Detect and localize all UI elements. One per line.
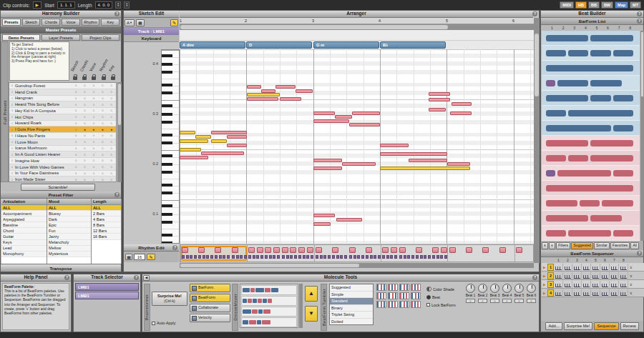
- rhythm-block[interactable]: [307, 247, 313, 253]
- seq-cell[interactable]: [619, 281, 628, 288]
- preset-radio[interactable]: ○: [98, 140, 107, 144]
- rhythm-subblock[interactable]: [182, 255, 185, 259]
- preset-radio[interactable]: ○: [72, 121, 80, 125]
- preset-radio[interactable]: ○: [72, 96, 80, 100]
- track-bar[interactable]: Track : LMB1: [124, 28, 179, 35]
- rhythm-subblock[interactable]: [294, 255, 297, 259]
- transpose-bar[interactable]: Transpose: [1, 264, 121, 272]
- badge-bw[interactable]: BW: [601, 1, 613, 9]
- note[interactable]: [429, 92, 450, 96]
- note[interactable]: [429, 108, 446, 111]
- rhythm-subblock[interactable]: [353, 255, 356, 259]
- filter-item[interactable]: 4 Bars: [92, 217, 121, 222]
- rhythm-subblock[interactable]: [198, 255, 201, 259]
- rhythm-subblock[interactable]: [374, 255, 376, 259]
- rhythm-subblock[interactable]: [253, 255, 255, 259]
- note-name-button[interactable]: A▼: [125, 19, 135, 26]
- rhythm-subblock[interactable]: [240, 255, 243, 259]
- beatform-chip[interactable]: [376, 284, 386, 291]
- rhythm-subblock[interactable]: [407, 255, 410, 259]
- preset-radio[interactable]: ○: [98, 84, 107, 87]
- black-key[interactable]: [162, 184, 172, 187]
- preset-radio[interactable]: ○: [98, 109, 107, 112]
- rhythm-subblock[interactable]: [370, 255, 373, 259]
- note[interactable]: [447, 162, 470, 166]
- stepper-up-down-icon[interactable]: ▲▼: [124, 1, 130, 9]
- preset-radio[interactable]: ○: [89, 96, 98, 100]
- rhythm-subblock[interactable]: [316, 255, 318, 259]
- chord-region[interactable]: A dim: [180, 41, 245, 49]
- lock-icon[interactable]: [111, 76, 115, 80]
- preset-radio[interactable]: ○: [107, 165, 116, 169]
- filter-item[interactable]: Mellow: [47, 246, 91, 252]
- tumbler-item[interactable]: Binary: [330, 305, 373, 312]
- tumbler-item[interactable]: Triplet Swing: [330, 312, 373, 319]
- lock-icon[interactable]: [82, 76, 87, 80]
- groovemover-pattern-list[interactable]: [240, 284, 298, 328]
- barform-row[interactable]: [542, 121, 640, 136]
- preset-radio[interactable]: ○: [72, 128, 80, 131]
- rhythm-subblock[interactable]: [386, 255, 389, 259]
- preset-radio[interactable]: ○: [98, 96, 107, 100]
- preset-radio[interactable]: ○: [89, 172, 98, 175]
- sequencer-row[interactable]: ▶1≡: [542, 263, 644, 272]
- seq-cell[interactable]: [582, 272, 591, 279]
- note[interactable]: [313, 111, 335, 115]
- preset-radio[interactable]: ○: [72, 140, 80, 144]
- tool-collaborate[interactable]: Collaborate: [190, 304, 230, 312]
- row-menu-icon[interactable]: ≡: [628, 291, 634, 295]
- rhythm-subblock[interactable]: [361, 255, 364, 259]
- rhythm-block[interactable]: [366, 247, 372, 253]
- beatform-chip[interactable]: [388, 284, 398, 291]
- scroll-down-icon[interactable]: ∨: [549, 242, 555, 249]
- preset-radio[interactable]: ○: [80, 109, 89, 112]
- preset-row[interactable]: ○Hey Kid In A Computa○○○○○: [9, 108, 116, 114]
- preset-radio[interactable]: ○: [72, 178, 80, 182]
- preset-radio[interactable]: ○: [98, 134, 107, 137]
- preset-radio[interactable]: ○: [107, 84, 116, 87]
- rhythm-hscrollbar[interactable]: [180, 263, 534, 268]
- filter-similar[interactable]: Similar: [594, 242, 610, 249]
- row-menu-icon[interactable]: ≡: [628, 282, 634, 287]
- preset-radio[interactable]: ○: [80, 121, 89, 125]
- rhythm-subblock[interactable]: [340, 255, 343, 259]
- filter-all[interactable]: All: [630, 242, 639, 249]
- seq-cell[interactable]: [619, 264, 628, 271]
- seq-cell[interactable]: [563, 289, 572, 297]
- hb-tab-key[interactable]: Key: [101, 19, 119, 26]
- note[interactable]: [380, 166, 470, 170]
- preset-radio[interactable]: ●: [107, 127, 116, 131]
- barform-row[interactable]: [542, 91, 640, 106]
- hb-tab-chords[interactable]: Chords: [42, 19, 60, 26]
- rhythm-block[interactable]: [215, 247, 221, 253]
- preset-row[interactable]: ○I Love Moon○○○○○: [9, 139, 116, 146]
- track-item[interactable]: LMB1: [75, 292, 139, 299]
- rhythm-subblock[interactable]: [232, 255, 235, 259]
- knob-combo[interactable]: ≡: [466, 299, 475, 303]
- note[interactable]: [195, 135, 211, 139]
- filter-filters[interactable]: Filters: [556, 242, 570, 249]
- preset-radio[interactable]: ○: [107, 153, 116, 156]
- sequencer-row[interactable]: ▶4≡: [542, 289, 644, 297]
- beatform-chip[interactable]: [376, 292, 386, 299]
- preset-row[interactable]: ○Iron Made Sister○○○○○: [9, 177, 116, 182]
- note[interactable]: [380, 144, 409, 147]
- filter-item[interactable]: 12 Bars: [92, 228, 121, 234]
- filter-suggested[interactable]: Suggested: [571, 242, 593, 249]
- help-icon[interactable]: ?: [637, 19, 642, 24]
- note[interactable]: [336, 218, 362, 222]
- preset-radio[interactable]: ○: [98, 153, 107, 156]
- rhythm-subblock[interactable]: [190, 255, 192, 259]
- preset-row[interactable]: ○Hangman○○○○○: [9, 96, 116, 102]
- rhythm-subblock[interactable]: [227, 255, 230, 259]
- stepper-up-down-icon[interactable]: ▲▼: [115, 1, 121, 9]
- note[interactable]: [227, 135, 247, 139]
- preset-row[interactable]: ○I Gots Five Fingers○●●●●: [9, 126, 116, 133]
- full-presets-strip[interactable]: Full Presets: [1, 41, 9, 182]
- scrollbar-handle[interactable]: [180, 25, 448, 29]
- preset-scrollbar[interactable]: [117, 82, 122, 182]
- note[interactable]: [275, 85, 296, 89]
- row-play-icon[interactable]: ▶: [542, 291, 547, 295]
- collapse-panel-icon[interactable]: ◀: [143, 275, 150, 281]
- tumbler-item[interactable]: Simple: [330, 292, 373, 299]
